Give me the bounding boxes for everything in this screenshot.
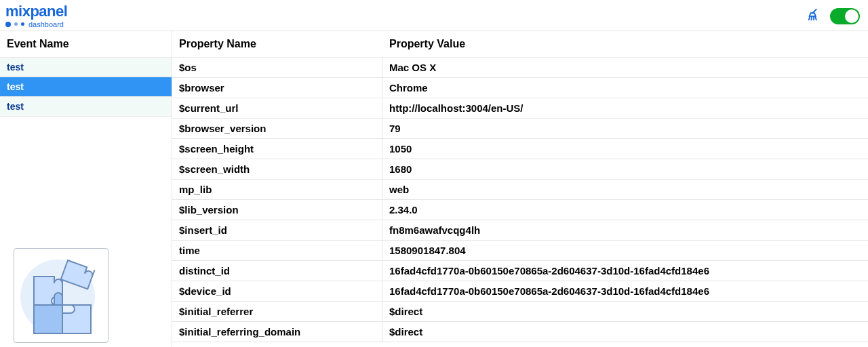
property-name: $browser_version bbox=[172, 119, 382, 138]
property-row: time1580901847.804 bbox=[172, 241, 868, 261]
properties-panel: Property Name Property Value $osMac OS X… bbox=[172, 31, 868, 347]
property-rows: $osMac OS X$browserChrome$current_urlhtt… bbox=[172, 58, 868, 342]
events-panel: Event Name testtesttest bbox=[0, 31, 172, 347]
properties-header-row: Property Name Property Value bbox=[172, 31, 868, 58]
property-row: $current_urlhttp://localhost:3004/en-US/ bbox=[172, 98, 868, 119]
property-value: fn8m6awafvcqg4lh bbox=[382, 220, 868, 240]
property-name-header: Property Name bbox=[172, 31, 382, 57]
property-name: $browser bbox=[172, 78, 382, 98]
property-name: $device_id bbox=[172, 281, 382, 301]
property-value: Mac OS X bbox=[382, 58, 868, 77]
event-row[interactable]: test bbox=[0, 77, 172, 97]
property-row: $screen_width1680 bbox=[172, 159, 868, 180]
tracking-toggle[interactable] bbox=[830, 8, 860, 24]
property-name: mp_lib bbox=[172, 180, 382, 199]
header-actions bbox=[807, 7, 860, 24]
property-value: 16fad4cfd1770a-0b60150e70865a-2d604637-3… bbox=[382, 281, 868, 301]
property-name: $os bbox=[172, 58, 382, 77]
event-row[interactable]: test bbox=[0, 97, 172, 117]
property-name: $screen_width bbox=[172, 159, 382, 179]
property-value: 16fad4cfd1770a-0b60150e70865a-2d604637-3… bbox=[382, 261, 868, 281]
property-value: 2.34.0 bbox=[382, 200, 868, 220]
property-value: http://localhost:3004/en-US/ bbox=[382, 98, 868, 118]
property-name: $current_url bbox=[172, 98, 382, 118]
property-name: $screen_height bbox=[172, 139, 382, 159]
property-row: $browserChrome bbox=[172, 78, 868, 98]
property-row: $initial_referrer$direct bbox=[172, 302, 868, 322]
property-row: $insert_idfn8m6awafvcqg4lh bbox=[172, 220, 868, 241]
property-row: mp_libweb bbox=[172, 180, 868, 200]
property-name: $lib_version bbox=[172, 200, 382, 220]
property-value: $direct bbox=[382, 302, 868, 321]
property-name: $insert_id bbox=[172, 220, 382, 240]
property-value: 79 bbox=[382, 119, 868, 138]
property-value-header: Property Value bbox=[382, 31, 868, 57]
main-content: Event Name testtesttest Property Name Pr… bbox=[0, 31, 868, 347]
property-row: $browser_version79 bbox=[172, 119, 868, 139]
event-name-header: Event Name bbox=[0, 31, 76, 57]
clear-icon[interactable] bbox=[807, 7, 822, 24]
property-name: distinct_id bbox=[172, 261, 382, 281]
brand-subtitle: dashboard bbox=[28, 20, 64, 28]
property-value: 1580901847.804 bbox=[382, 241, 868, 260]
property-value: 1680 bbox=[382, 159, 868, 179]
property-row: $osMac OS X bbox=[172, 58, 868, 78]
property-row: $lib_version2.34.0 bbox=[172, 200, 868, 220]
property-value: $direct bbox=[382, 322, 868, 342]
event-list: testtesttest bbox=[0, 58, 172, 117]
brand-subline: dashboard bbox=[5, 20, 67, 28]
brand-dots-icon bbox=[5, 22, 24, 27]
app-header: mixpanel dashboard bbox=[0, 0, 868, 31]
event-row[interactable]: test bbox=[0, 58, 172, 77]
property-value: 1050 bbox=[382, 139, 868, 159]
property-row: distinct_id16fad4cfd1770a-0b60150e70865a… bbox=[172, 261, 868, 281]
property-row: $device_id16fad4cfd1770a-0b60150e70865a-… bbox=[172, 281, 868, 302]
property-row: $screen_height1050 bbox=[172, 139, 868, 159]
property-value: web bbox=[382, 180, 868, 199]
property-name: time bbox=[172, 241, 382, 260]
property-name: $initial_referring_domain bbox=[172, 322, 382, 342]
property-row: $initial_referring_domain$direct bbox=[172, 322, 868, 342]
property-name: $initial_referrer bbox=[172, 302, 382, 321]
events-header-row: Event Name bbox=[0, 31, 172, 58]
extension-puzzle-icon bbox=[14, 248, 108, 343]
property-value: Chrome bbox=[382, 78, 868, 98]
brand-logo: mixpanel dashboard bbox=[5, 4, 67, 28]
brand-name: mixpanel bbox=[5, 4, 67, 19]
